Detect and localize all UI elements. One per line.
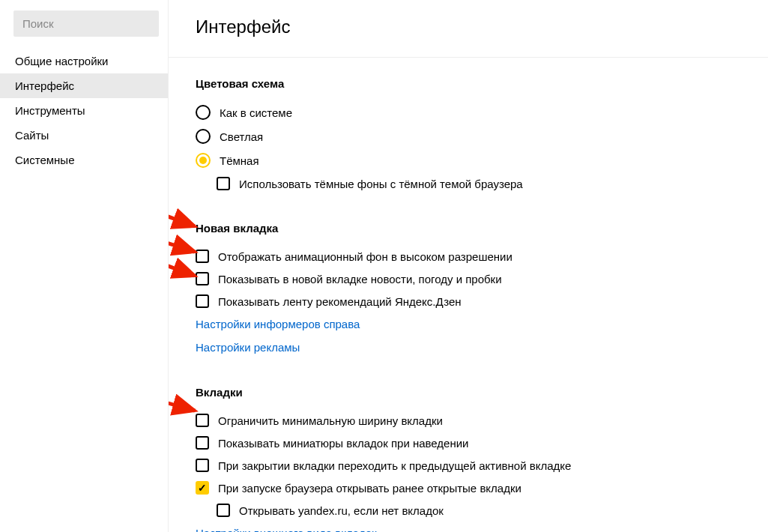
checkbox-row-news[interactable]: Показывать в новой вкладке новости, пого… — [196, 267, 741, 290]
checkbox-label: Показывать миниатюры вкладок при наведен… — [218, 437, 469, 450]
sidebar-item-system[interactable]: Системные — [0, 148, 168, 172]
checkbox-row-prev-active[interactable]: При закрытии вкладки переходить к предыд… — [196, 454, 741, 477]
svg-line-7 — [169, 393, 195, 411]
checkbox-label: Ограничить минимальную ширину вкладки — [218, 414, 443, 427]
radio-label: Светлая — [220, 130, 263, 143]
checkbox-row-dark-bg[interactable]: Использовать тёмные фоны с тёмной темой … — [196, 172, 741, 195]
checkbox-row-min-width[interactable]: Ограничить минимальную ширину вкладки — [196, 409, 741, 432]
arrow-annotation-icon — [169, 390, 202, 420]
section-tabs: Вкладки Ограничить минимальную ширину вк… — [196, 386, 741, 532]
checkbox-row-open-yandex[interactable]: Открывать yandex.ru, если нет вкладок — [196, 499, 741, 522]
checkbox-dark-bg[interactable] — [217, 177, 230, 190]
sidebar-item-general[interactable]: Общие настройки — [0, 49, 168, 73]
sidebar-item-interface[interactable]: Интерфейс — [0, 73, 168, 98]
link-ads[interactable]: Настройки рекламы — [196, 337, 300, 357]
link-tab-appearance[interactable]: Настройки внешнего вида вкладок — [196, 523, 377, 532]
checkbox-row-anim-bg[interactable]: Отображать анимационный фон в высоком ра… — [196, 245, 741, 267]
radio-label: Как в системе — [220, 106, 292, 119]
radio-light[interactable] — [196, 129, 211, 144]
sidebar-item-tools[interactable]: Инструменты — [0, 98, 168, 123]
checkbox-row-restore-tabs[interactable]: При запуске браузера открывать ранее отк… — [196, 477, 741, 499]
radio-row-system[interactable]: Как в системе — [196, 100, 741, 124]
page-title: Интерфейс — [196, 16, 741, 37]
arrow-annotation-icon — [169, 255, 202, 285]
radio-label: Тёмная — [220, 154, 259, 167]
checkbox-zen[interactable] — [196, 294, 209, 308]
checkbox-label: Использовать тёмные фоны с тёмной темой … — [239, 178, 523, 190]
checkbox-label: Открывать yandex.ru, если нет вкладок — [239, 504, 444, 517]
svg-line-1 — [169, 208, 195, 226]
sidebar-item-sites[interactable]: Сайты — [0, 123, 168, 148]
link-informers[interactable]: Настройки информеров справа — [196, 314, 360, 334]
section-title-color: Цветовая схема — [196, 77, 741, 90]
checkbox-label: При закрытии вкладки переходить к предыд… — [218, 459, 571, 472]
checkbox-row-thumbnails[interactable]: Показывать миниатюры вкладок при наведен… — [196, 432, 741, 454]
checkbox-label: Показывать в новой вкладке новости, пого… — [218, 273, 502, 285]
checkbox-prev-active[interactable] — [196, 459, 209, 472]
checkbox-thumbnails[interactable] — [196, 436, 209, 450]
checkbox-label: Отображать анимационный фон в высоком ра… — [218, 250, 512, 263]
svg-line-3 — [169, 234, 195, 252]
main-content: Интерфейс Цветовая схема Как в системе С… — [169, 0, 768, 532]
divider — [169, 57, 768, 58]
checkbox-open-yandex[interactable] — [217, 504, 230, 517]
svg-line-5 — [169, 258, 195, 276]
radio-row-dark[interactable]: Тёмная — [196, 148, 741, 172]
checkbox-label: Показывать ленту рекомендаций Яндекс.Дзе… — [218, 295, 462, 308]
sidebar: Поиск Общие настройки Интерфейс Инструме… — [0, 0, 169, 532]
checkbox-label: При запуске браузера открывать ранее отк… — [218, 482, 521, 495]
radio-row-light[interactable]: Светлая — [196, 124, 741, 148]
section-title-tabs: Вкладки — [196, 386, 741, 399]
radio-system[interactable] — [196, 105, 211, 120]
section-color-scheme: Цветовая схема Как в системе Светлая Тём… — [196, 77, 741, 195]
radio-dark[interactable] — [196, 153, 211, 168]
checkbox-restore-tabs[interactable] — [196, 481, 209, 495]
checkbox-row-zen[interactable]: Показывать ленту рекомендаций Яндекс.Дзе… — [196, 290, 741, 312]
section-new-tab: Новая вкладка Отображать анимационный фо… — [196, 222, 741, 359]
section-title-new-tab: Новая вкладка — [196, 222, 741, 235]
search-input[interactable]: Поиск — [13, 10, 159, 37]
